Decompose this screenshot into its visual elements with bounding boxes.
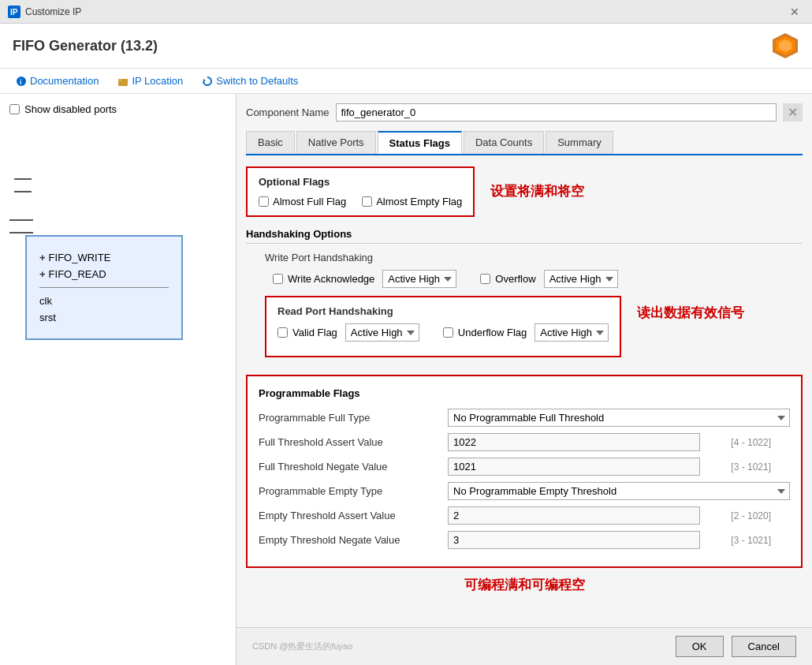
empty-assert-range: [2 - 1020] — [708, 510, 771, 521]
cancel-button[interactable]: Cancel — [732, 636, 796, 657]
connector-line — [9, 219, 33, 221]
component-name-input[interactable] — [336, 103, 777, 121]
port-srst: srst — [39, 309, 169, 326]
read-port-title: Read Port Handshaking — [277, 305, 609, 317]
valid-flag-checkbox[interactable] — [277, 327, 288, 338]
prog-full-type-dropdown[interactable]: No Programmable Full Threshold Single Pr… — [448, 409, 790, 427]
valid-flag-label: Valid Flag — [292, 327, 337, 338]
watermark: CSDN @热爱生活的fuyao — [252, 641, 668, 652]
switch-defaults-button[interactable]: Switch to Defaults — [199, 73, 301, 88]
overflow-label: Overflow — [495, 273, 535, 285]
read-port-section-wrapper: Read Port Handshaking Valid Flag Active … — [257, 296, 803, 357]
show-disabled-ports-row: Show disabled ports — [9, 103, 226, 115]
left-panel: Show disabled ports + FIFO_WRITE — [0, 94, 237, 665]
prog-flags-annotation: 可编程满和可编程空 — [464, 577, 585, 592]
show-disabled-ports-checkbox[interactable] — [9, 104, 20, 114]
empty-assert-row: Empty Threshold Assert Value [2 - 1020] — [259, 506, 790, 525]
almost-full-flag-item: Almost Full Flag — [259, 196, 346, 207]
port-separator — [39, 287, 169, 288]
tab-native-ports[interactable]: Native Ports — [296, 131, 376, 154]
full-negate-input[interactable] — [448, 458, 700, 476]
tab-bar: Basic Native Ports Status Flags Data Cou… — [246, 131, 803, 155]
write-port-section: Write Port Handshaking Write Acknowledge… — [257, 252, 803, 288]
full-assert-input[interactable] — [448, 433, 700, 451]
title-bar-title: Customize IP — [25, 6, 81, 17]
switch-defaults-label: Switch to Defaults — [216, 75, 298, 87]
expand-icon: + — [39, 268, 46, 280]
app-icon: IP — [8, 6, 20, 18]
expand-icon: + — [39, 252, 46, 263]
underflow-label: Underflow Flag — [458, 327, 527, 338]
flags-row: Almost Full Flag Almost Empty Flag — [259, 196, 462, 207]
svg-text:IP: IP — [10, 8, 18, 17]
overflow-dropdown[interactable]: Active High Active Low — [544, 270, 618, 288]
main-content: Show disabled ports + FIFO_WRITE — [0, 94, 812, 665]
valid-flag-dropdown[interactable]: Active High Active Low — [345, 323, 419, 342]
almost-empty-flag-item: Almost Empty Flag — [362, 196, 462, 207]
almost-empty-label: Almost Empty Flag — [376, 196, 462, 207]
empty-negate-label: Empty Threshold Negate Value — [259, 534, 440, 546]
write-ack-checkbox[interactable] — [273, 274, 283, 284]
write-port-title: Write Port Handshaking — [265, 252, 803, 263]
almost-empty-checkbox[interactable] — [362, 196, 372, 207]
tab-content: Optional Flags Almost Full Flag Almost E… — [246, 166, 803, 594]
ip-location-label: IP Location — [132, 75, 183, 87]
left-connectors — [14, 178, 32, 192]
tab-status-flags[interactable]: Status Flags — [378, 131, 462, 154]
prog-flags-title: Programmable Flags — [259, 387, 790, 399]
ok-button[interactable]: OK — [676, 636, 724, 657]
port-label-fifo-write: FIFO_WRITE — [49, 252, 111, 263]
prog-empty-type-label: Programmable Empty Type — [259, 485, 440, 497]
close-button[interactable]: ✕ — [785, 4, 804, 20]
full-assert-row: Full Threshold Assert Value [4 - 1022] — [259, 433, 790, 451]
full-assert-range: [4 - 1022] — [708, 437, 771, 448]
port-fifo-read: + FIFO_READ — [39, 266, 169, 282]
optional-flags-area: Optional Flags Almost Full Flag Almost E… — [246, 166, 803, 217]
component-name-label: Component Name — [246, 106, 330, 118]
bottom-bar: CSDN @热爱生活的fuyao OK Cancel — [237, 627, 812, 665]
doc-label: Documentation — [30, 75, 99, 87]
overflow-item: Overflow — [480, 273, 535, 285]
almost-full-checkbox[interactable] — [259, 196, 269, 207]
show-disabled-ports-label: Show disabled ports — [24, 103, 117, 115]
right-panel: Component Name ✕ Basic Native Ports Stat… — [237, 94, 812, 627]
underflow-item: Underflow Flag — [443, 327, 527, 338]
main-window: IP Customize IP ✕ FIFO Generator (13.2) … — [0, 0, 812, 665]
ip-location-button[interactable]: IP Location — [114, 73, 186, 88]
prog-empty-type-dropdown[interactable]: No Programmable Empty Threshold Single P… — [448, 482, 790, 500]
clear-name-button[interactable]: ✕ — [783, 103, 803, 121]
empty-negate-input[interactable] — [448, 531, 700, 549]
component-name-row: Component Name ✕ — [246, 103, 803, 121]
left-connectors2 — [9, 219, 33, 233]
port-fifo-write: + FIFO_WRITE — [39, 249, 169, 266]
almost-full-label: Almost Full Flag — [273, 196, 346, 207]
write-port-row: Write Acknowledge Active High Active Low… — [273, 270, 803, 288]
app-header: FIFO Generator (13.2) — [0, 24, 812, 69]
prog-flags-annotation-area: 可编程满和可编程空 — [246, 576, 803, 594]
empty-negate-row: Empty Threshold Negate Value [3 - 1021] — [259, 531, 790, 549]
prog-full-type-label: Programmable Full Type — [259, 412, 440, 424]
programmable-flags-wrapper: Programmable Flags Programmable Full Typ… — [246, 364, 803, 594]
full-negate-range: [3 - 1021] — [708, 461, 771, 473]
tab-data-counts[interactable]: Data Counts — [464, 131, 544, 154]
component-diagram: + FIFO_WRITE + FIFO_READ clk srst — [25, 235, 183, 340]
overflow-checkbox[interactable] — [480, 274, 490, 284]
tab-summary[interactable]: Summary — [546, 131, 613, 154]
handshaking-section: Handshaking Options Write Port Handshaki… — [246, 228, 803, 357]
optional-flags-annotation: 设置将满和将空 — [490, 182, 584, 200]
connector-line — [9, 232, 33, 233]
write-ack-label: Write Acknowledge — [288, 273, 374, 285]
empty-assert-input[interactable] — [448, 506, 700, 525]
documentation-button[interactable]: i Documentation — [13, 73, 102, 88]
prog-empty-type-row: Programmable Empty Type No Programmable … — [259, 482, 790, 500]
folder-icon — [117, 76, 129, 87]
valid-flag-item: Valid Flag — [277, 327, 337, 338]
tab-basic[interactable]: Basic — [246, 131, 295, 154]
underflow-dropdown[interactable]: Active High Active Low — [535, 323, 609, 342]
svg-rect-8 — [118, 79, 122, 81]
write-ack-dropdown[interactable]: Active High Active Low — [382, 270, 456, 288]
right-panel-wrapper: Component Name ✕ Basic Native Ports Stat… — [237, 94, 812, 665]
refresh-icon — [202, 76, 213, 87]
svg-text:i: i — [20, 78, 22, 86]
underflow-checkbox[interactable] — [443, 327, 453, 338]
